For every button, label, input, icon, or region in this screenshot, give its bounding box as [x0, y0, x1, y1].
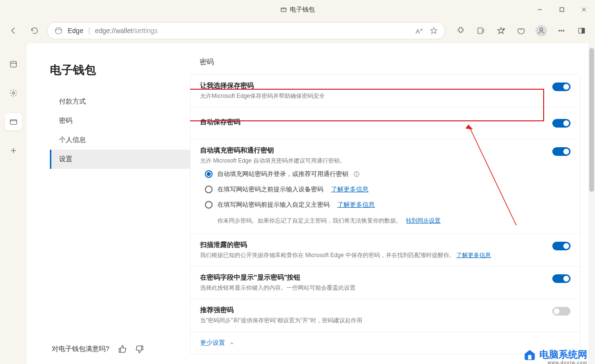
svg-point-5 [55, 27, 62, 34]
thumbs-down-icon[interactable] [135, 345, 144, 353]
learn-more-link[interactable]: 了解更多信息 [331, 185, 369, 194]
learn-more-link[interactable]: 了解更多信息 [456, 252, 491, 258]
favorite-icon[interactable] [429, 26, 438, 35]
svg-rect-2 [560, 8, 564, 12]
watermark-icon [523, 348, 536, 361]
favorites-icon[interactable] [492, 22, 510, 39]
setting-autofill: 自动填充密码和通行密钥 允许 Microsoft Edge 自动填充密码并建议可… [190, 140, 580, 234]
window-titlebar: 电子钱包 [0, 0, 595, 19]
sync-settings-link[interactable]: 转到同步设置 [406, 217, 440, 224]
scrollbar-thumb[interactable] [589, 48, 594, 192]
svg-rect-6 [478, 28, 482, 34]
brand-label: Edge [68, 27, 83, 35]
window-title: 电子钱包 [290, 5, 315, 14]
svg-point-18 [12, 92, 15, 94]
svg-point-10 [540, 28, 543, 31]
setting-auto-save: 自动保存密码 [190, 107, 580, 140]
setting-leak-scan: 扫描泄露的密码 我们根据已知的公开凭据存储库检查你在 Microsoft Edg… [190, 234, 580, 267]
svg-rect-15 [582, 28, 584, 34]
sidebar-item-passwords[interactable]: 密码 [50, 111, 190, 130]
learn-more-link[interactable]: 了解更多信息 [337, 200, 375, 209]
sidebar-item-settings[interactable]: 设置 [50, 150, 190, 169]
vertical-tab-rail [0, 42, 27, 364]
section-header: 密码 [200, 58, 595, 67]
performance-icon[interactable] [512, 22, 530, 39]
profile-avatar[interactable] [533, 22, 550, 39]
feedback-label: 对电子钱包满意吗? [52, 345, 109, 353]
sidebar-item-payments[interactable]: 付款方式 [50, 92, 190, 111]
sidebar-item-personal[interactable]: 个人信息 [50, 130, 190, 150]
collections-icon[interactable] [472, 22, 489, 39]
svg-rect-16 [11, 61, 16, 67]
sidebar-toggle-icon[interactable] [573, 22, 590, 39]
toggle-autofill[interactable] [552, 147, 571, 156]
svg-rect-19 [10, 120, 17, 125]
svg-point-13 [563, 30, 564, 31]
wallet-sidebar: 电子钱包 付款方式 密码 个人信息 设置 对电子钱包满意吗? [27, 43, 190, 364]
setting-offer-save: 让我选择保存密码 允许Microsoft Edge保存密码并帮助确保密码安全 [190, 75, 580, 107]
page-title: 电子钱包 [50, 62, 190, 78]
svg-point-11 [559, 30, 559, 31]
svg-point-24 [357, 173, 357, 173]
info-icon[interactable] [353, 171, 360, 177]
back-button[interactable] [5, 22, 22, 39]
read-aloud-icon[interactable]: A» [416, 26, 423, 35]
wallet-icon [280, 6, 287, 13]
radio-autofill-login[interactable]: 自动填充网站密码并登录，或推荐可用通行密钥 [205, 170, 375, 178]
maximize-button[interactable] [551, 0, 573, 19]
watermark: 电脑系统网 www.dnxtw.com [523, 348, 587, 361]
toggle-leak-scan[interactable] [552, 242, 571, 250]
refresh-button[interactable] [26, 22, 43, 39]
url-text: edge://wallet/settings [95, 27, 158, 35]
thumbs-up-icon[interactable] [118, 345, 127, 353]
edge-logo-icon [54, 26, 63, 35]
sync-note: 你未同步密码。如果你忘记了自定义主密码，我们将无法恢复你的数据。 转到同步设置 [217, 217, 440, 225]
rail-wallet-icon[interactable] [5, 113, 22, 130]
settings-panel: 密码 让我选择保存密码 允许Microsoft Edge保存密码并帮助确保密码安… [190, 43, 595, 364]
toggle-suggest-strong[interactable] [552, 307, 571, 316]
extensions-icon[interactable] [452, 22, 469, 39]
rail-tab-icon[interactable] [5, 56, 22, 73]
close-button[interactable] [573, 0, 595, 19]
toggle-auto-save[interactable] [552, 119, 571, 128]
rail-add-icon[interactable] [5, 142, 22, 159]
svg-rect-0 [281, 8, 286, 12]
less-settings-link[interactable]: 更少设置 [190, 332, 580, 354]
radio-device-password[interactable]: 在填写网站密码之前提示输入设备密码 了解更多信息 [205, 185, 375, 194]
address-bar[interactable]: Edge | edge://wallet/settings A» [47, 22, 445, 39]
browser-navbar: Edge | edge://wallet/settings A» [0, 19, 595, 42]
svg-rect-27 [528, 355, 532, 359]
vertical-scrollbar[interactable] [588, 43, 595, 364]
radio-primary-password[interactable]: 在填写网站密码前提示输入自定义主密码 了解更多信息 [205, 200, 375, 209]
minimize-button[interactable] [529, 0, 551, 19]
toggle-offer-save[interactable] [552, 82, 571, 91]
setting-suggest-strong: 推荐强密码 当"密码同步"和"提供保存密码"都设置为"开"时，密码建议起作用 [190, 299, 580, 332]
rail-settings-icon[interactable] [5, 84, 22, 102]
svg-point-12 [561, 30, 562, 31]
setting-reveal-button: 在密码字段中显示"显示密码"按钮 选择此按钮将显示你键入的内容。一些网站可能会覆… [190, 267, 580, 299]
chevron-up-icon [229, 341, 235, 346]
toggle-reveal[interactable] [552, 274, 571, 283]
more-menu-icon[interactable] [553, 22, 570, 39]
